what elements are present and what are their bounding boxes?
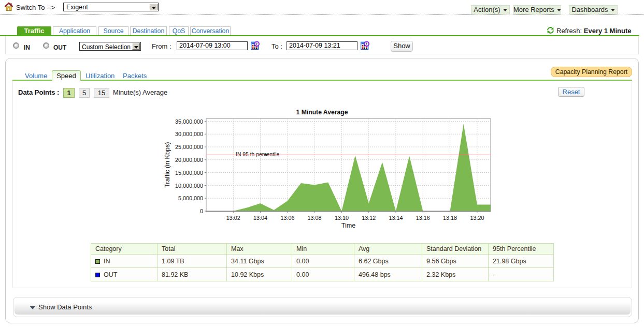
svg-text:15,000,000: 15,000,000 xyxy=(175,170,203,176)
svg-text:13:06: 13:06 xyxy=(280,215,294,221)
svg-text:Time: Time xyxy=(341,222,356,229)
svg-text:13:04: 13:04 xyxy=(253,215,267,221)
svg-text:25,000,000: 25,000,000 xyxy=(175,144,203,150)
svg-text:0: 0 xyxy=(200,208,203,214)
svg-text:13:16: 13:16 xyxy=(416,215,430,221)
svg-text:IN 95 th percentile: IN 95 th percentile xyxy=(236,152,280,157)
svg-text:13:18: 13:18 xyxy=(443,215,457,221)
svg-text:13:08: 13:08 xyxy=(308,215,322,221)
svg-text:1 Minute Average: 1 Minute Average xyxy=(296,109,348,116)
svg-text:13:12: 13:12 xyxy=(362,215,376,221)
svg-text:13:10: 13:10 xyxy=(335,215,349,221)
svg-text:30,000,000: 30,000,000 xyxy=(175,131,203,137)
svg-text:35,000,000: 35,000,000 xyxy=(175,118,203,125)
svg-text:13:02: 13:02 xyxy=(226,215,240,221)
svg-text:5,000,000: 5,000,000 xyxy=(178,195,203,201)
svg-text:13:20: 13:20 xyxy=(470,215,484,221)
svg-text:20,000,000: 20,000,000 xyxy=(175,157,203,163)
svg-text:10,000,000: 10,000,000 xyxy=(175,183,203,189)
svg-text:13:14: 13:14 xyxy=(389,215,403,221)
svg-text:Traffic (in Kbps): Traffic (in Kbps) xyxy=(164,142,171,188)
